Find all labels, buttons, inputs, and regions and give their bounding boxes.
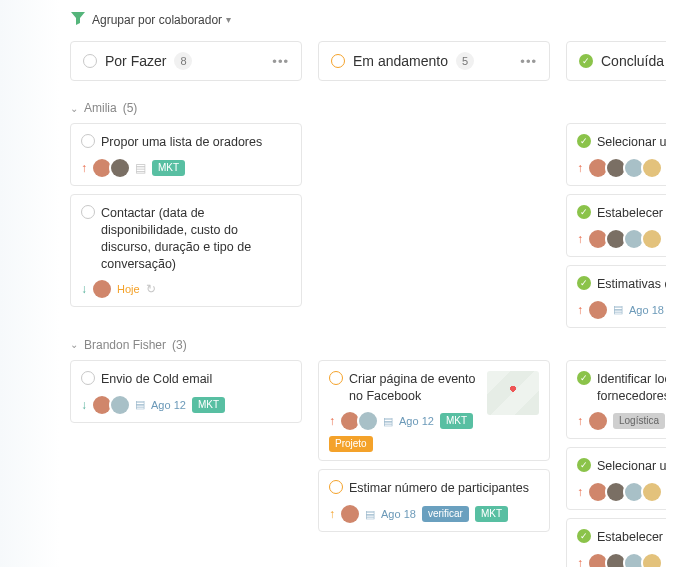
card-title[interactable]: Selecionar uma data bbox=[597, 134, 666, 151]
avatar[interactable] bbox=[607, 159, 625, 177]
card-meta: ↓ Hoje ↻ bbox=[81, 280, 291, 298]
status-progress-icon bbox=[331, 54, 345, 68]
priority-down-icon: ↓ bbox=[81, 282, 87, 296]
priority-up-icon: ↑ bbox=[577, 414, 583, 428]
calendar-icon: ▤ bbox=[383, 415, 393, 428]
group-by-label[interactable]: Agrupar por colaborador bbox=[92, 13, 222, 27]
avatar[interactable] bbox=[341, 505, 359, 523]
status-done-icon: ✓ bbox=[577, 529, 591, 543]
group-row: Envio de Cold email↓ ▤ Ago 12 MKTCriar p… bbox=[70, 360, 680, 567]
task-card[interactable]: Envio de Cold email↓ ▤ Ago 12 MKT bbox=[70, 360, 302, 423]
priority-up-icon: ↑ bbox=[329, 414, 335, 428]
tag-log[interactable]: Logística bbox=[613, 413, 665, 429]
card-meta: ↑ bbox=[577, 230, 666, 248]
card-title[interactable]: Estimativas de custo bbox=[597, 276, 666, 293]
task-card[interactable]: Estimar número de participantes↑ ▤ Ago 1… bbox=[318, 469, 550, 532]
column-header-done[interactable]: ✓ Concluída 4 bbox=[566, 41, 666, 81]
column-title: Por Fazer bbox=[105, 53, 166, 69]
calendar-icon[interactable]: ▤ bbox=[135, 161, 146, 175]
task-card[interactable]: Contactar (data de disponibilidade, cust… bbox=[70, 194, 302, 308]
card-title[interactable]: Propor uma lista de oradores bbox=[101, 134, 262, 151]
column-menu-icon[interactable]: ••• bbox=[272, 54, 289, 69]
task-card[interactable]: ✓Identificar localização de fornecedores… bbox=[566, 360, 666, 440]
calendar-icon: ▤ bbox=[135, 398, 145, 411]
avatar[interactable] bbox=[589, 301, 607, 319]
avatar[interactable] bbox=[607, 230, 625, 248]
status-open-icon bbox=[83, 54, 97, 68]
tag-verif[interactable]: verificar bbox=[422, 506, 469, 522]
tag-mkt[interactable]: MKT bbox=[440, 413, 473, 429]
avatar[interactable] bbox=[643, 230, 661, 248]
task-card[interactable]: Criar página de evento no Facebook↑ ▤ Ag… bbox=[318, 360, 550, 462]
calendar-icon: ▤ bbox=[365, 508, 375, 521]
card-meta: ↑ bbox=[577, 554, 666, 567]
group-col-doing bbox=[318, 123, 550, 328]
card-title[interactable]: Envio de Cold email bbox=[101, 371, 212, 388]
column-header-doing[interactable]: Em andamento 5 ••• bbox=[318, 41, 550, 81]
avatar[interactable] bbox=[625, 230, 643, 248]
priority-up-icon: ↑ bbox=[329, 507, 335, 521]
avatar[interactable] bbox=[589, 159, 607, 177]
card-title[interactable]: Identificar localização de fornecedores bbox=[597, 371, 666, 405]
group-count: (3) bbox=[172, 338, 187, 352]
card-title[interactable]: Estimar número de participantes bbox=[349, 480, 529, 497]
task-card[interactable]: ✓Estabelecer metas e↑ bbox=[566, 518, 666, 567]
avatar[interactable] bbox=[93, 159, 111, 177]
due-date[interactable]: Ago 12 bbox=[399, 415, 434, 427]
status-open-icon bbox=[81, 371, 95, 385]
avatar[interactable] bbox=[625, 159, 643, 177]
card-title[interactable]: Contactar (data de disponibilidade, cust… bbox=[101, 205, 291, 273]
task-card[interactable]: ✓Selecionar uma data↑ bbox=[566, 123, 666, 186]
card-title[interactable]: Selecionar uma data bbox=[597, 458, 666, 475]
due-date[interactable]: Ago 12 bbox=[151, 399, 186, 411]
avatar[interactable] bbox=[625, 483, 643, 501]
avatar[interactable] bbox=[589, 554, 607, 567]
task-card[interactable]: ✓Estimativas de custo↑ ▤ Ago 18 MKT bbox=[566, 265, 666, 328]
avatar[interactable] bbox=[643, 554, 661, 567]
chevron-down-icon[interactable]: ▾ bbox=[226, 14, 231, 25]
avatar[interactable] bbox=[111, 396, 129, 414]
status-open-icon bbox=[81, 205, 95, 219]
due-date[interactable]: Ago 18 bbox=[381, 508, 416, 520]
avatar[interactable] bbox=[589, 412, 607, 430]
task-card[interactable]: ✓Estabelecer metas e↑ bbox=[566, 194, 666, 257]
group-row: Propor uma lista de oradores↑ ▤ MKTConta… bbox=[70, 123, 680, 328]
avatar[interactable] bbox=[607, 483, 625, 501]
avatar[interactable] bbox=[589, 483, 607, 501]
due-date[interactable]: Ago 18 bbox=[629, 304, 664, 316]
avatar[interactable] bbox=[93, 280, 111, 298]
card-title[interactable]: Estabelecer metas e bbox=[597, 205, 666, 222]
avatar[interactable] bbox=[359, 412, 377, 430]
avatar[interactable] bbox=[625, 554, 643, 567]
tag-proj[interactable]: Projeto bbox=[329, 436, 373, 452]
group-count: (5) bbox=[123, 101, 138, 115]
status-done-icon: ✓ bbox=[577, 205, 591, 219]
group-header[interactable]: ⌄Brandon Fisher(3) bbox=[70, 338, 680, 352]
avatar[interactable] bbox=[341, 412, 359, 430]
avatar[interactable] bbox=[643, 483, 661, 501]
priority-up-icon: ↑ bbox=[577, 485, 583, 499]
tag-mkt[interactable]: MKT bbox=[192, 397, 225, 413]
card-meta: ↑ ▤ Ago 12 MKTProjeto bbox=[329, 412, 479, 452]
avatar[interactable] bbox=[589, 230, 607, 248]
status-done-icon: ✓ bbox=[577, 276, 591, 290]
tag-mkt[interactable]: MKT bbox=[475, 506, 508, 522]
avatar[interactable] bbox=[643, 159, 661, 177]
status-progress-icon bbox=[329, 480, 343, 494]
group-header[interactable]: ⌄Amilia(5) bbox=[70, 101, 680, 115]
task-card[interactable]: ✓Selecionar uma data↑ bbox=[566, 447, 666, 510]
avatar[interactable] bbox=[607, 554, 625, 567]
card-meta: ↓ ▤ Ago 12 MKT bbox=[81, 396, 291, 414]
due-date[interactable]: Hoje bbox=[117, 283, 140, 295]
card-title[interactable]: Criar página de evento no Facebook bbox=[349, 371, 479, 405]
card-title[interactable]: Estabelecer metas e bbox=[597, 529, 666, 546]
column-header-todo[interactable]: Por Fazer 8 ••• bbox=[70, 41, 302, 81]
group-col-done: ✓Identificar localização de fornecedores… bbox=[566, 360, 666, 567]
avatar[interactable] bbox=[93, 396, 111, 414]
avatar[interactable] bbox=[111, 159, 129, 177]
card-meta: ↑ bbox=[577, 159, 666, 177]
column-count: 8 bbox=[174, 52, 192, 70]
task-card[interactable]: Propor uma lista de oradores↑ ▤ MKT bbox=[70, 123, 302, 186]
tag-mkt[interactable]: MKT bbox=[152, 160, 185, 176]
column-menu-icon[interactable]: ••• bbox=[520, 54, 537, 69]
